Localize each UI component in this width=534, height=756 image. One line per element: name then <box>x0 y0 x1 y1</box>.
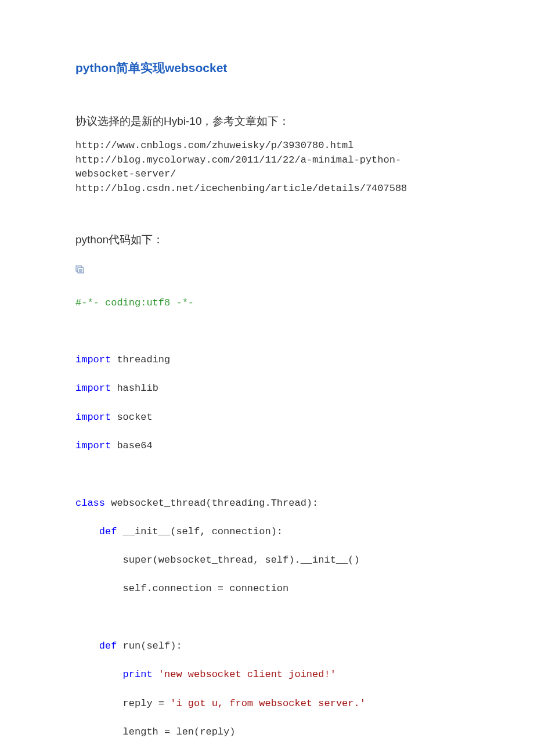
url-3: http://blog.csdn.net/icechenbing/article… <box>75 182 459 196</box>
code-comment: #-*- coding:utf8 -*- <box>75 297 194 308</box>
code-keyword: def <box>99 526 117 537</box>
page-title: python简单实现websocket <box>75 58 459 78</box>
code-text: super(websocket_thread, self).__init__() <box>123 555 360 566</box>
url-1: http://www.cnblogs.com/zhuweisky/p/39307… <box>75 139 459 153</box>
code-text: websocket_thread(threading.Thread): <box>105 498 318 509</box>
code-keyword: import <box>75 440 111 451</box>
code-string: 'i got u, from websocket server.' <box>170 698 366 709</box>
code-keyword: import <box>75 412 111 423</box>
code-heading: python代码如下： <box>75 231 459 249</box>
code-text: reply = <box>123 698 171 709</box>
code-text: threading <box>111 354 170 365</box>
url-2-line2: websocket-server/ <box>75 167 459 182</box>
reference-urls: http://www.cnblogs.com/zhuweisky/p/39307… <box>75 139 459 196</box>
code-keyword: def <box>99 640 117 651</box>
code-keyword: print <box>123 669 153 680</box>
code-text: run(self): <box>117 640 182 651</box>
code-text: hashlib <box>111 383 158 394</box>
url-2-line1: http://blog.mycolorway.com/2011/11/22/a-… <box>75 153 459 168</box>
code-keyword: import <box>75 354 111 365</box>
code-text: __init__(self, connection): <box>117 526 283 537</box>
code-text: length = len(reply) <box>123 726 236 737</box>
code-keyword: class <box>75 498 105 509</box>
code-text: base64 <box>111 440 152 451</box>
intro-text: 协议选择的是新的Hybi-10，参考文章如下： <box>75 113 459 130</box>
code-string: 'new websocket client joined!' <box>153 669 336 680</box>
code-text: socket <box>111 412 152 423</box>
code-block: #-*- coding:utf8 -*- import threading im… <box>75 282 459 756</box>
code-text: self.connection = connection <box>123 583 289 594</box>
code-keyword: import <box>75 383 111 394</box>
copy-icon[interactable] <box>75 263 85 271</box>
